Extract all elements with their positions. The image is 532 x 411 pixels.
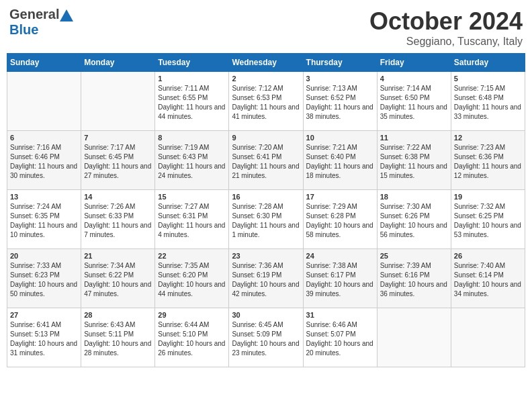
day-number: 12: [454, 134, 522, 142]
day-info: Sunrise: 7:13 AM Sunset: 6:52 PM Dayligh…: [306, 84, 374, 122]
calendar-cell: 31Sunrise: 6:46 AM Sunset: 5:07 PM Dayli…: [303, 308, 377, 367]
calendar-cell: 6Sunrise: 7:16 AM Sunset: 6:46 PM Daylig…: [7, 131, 81, 190]
day-number: 16: [232, 193, 300, 201]
calendar-cell: 18Sunrise: 7:30 AM Sunset: 6:26 PM Dayli…: [377, 190, 451, 249]
day-number: 31: [306, 311, 374, 319]
day-info: Sunrise: 7:16 AM Sunset: 6:46 PM Dayligh…: [10, 143, 78, 181]
day-number: 8: [158, 134, 226, 142]
header-cell-monday: Monday: [81, 54, 155, 72]
calendar-cell: 15Sunrise: 7:27 AM Sunset: 6:31 PM Dayli…: [155, 190, 229, 249]
day-info: Sunrise: 7:17 AM Sunset: 6:45 PM Dayligh…: [84, 143, 152, 181]
calendar-cell: 3Sunrise: 7:13 AM Sunset: 6:52 PM Daylig…: [303, 72, 377, 131]
calendar-cell: [7, 72, 81, 131]
day-number: 22: [158, 252, 226, 260]
week-row-1: 1Sunrise: 7:11 AM Sunset: 6:55 PM Daylig…: [7, 72, 525, 131]
day-info: Sunrise: 7:15 AM Sunset: 6:48 PM Dayligh…: [454, 84, 522, 122]
header-cell-wednesday: Wednesday: [229, 54, 303, 72]
calendar-cell: 10Sunrise: 7:21 AM Sunset: 6:40 PM Dayli…: [303, 131, 377, 190]
calendar-cell: 13Sunrise: 7:24 AM Sunset: 6:35 PM Dayli…: [7, 190, 81, 249]
calendar-cell: 23Sunrise: 7:36 AM Sunset: 6:19 PM Dayli…: [229, 249, 303, 308]
day-number: 11: [380, 134, 448, 142]
calendar-cell: 12Sunrise: 7:23 AM Sunset: 6:36 PM Dayli…: [451, 131, 525, 190]
day-info: Sunrise: 6:46 AM Sunset: 5:07 PM Dayligh…: [306, 320, 374, 358]
week-row-2: 6Sunrise: 7:16 AM Sunset: 6:46 PM Daylig…: [7, 131, 525, 190]
day-info: Sunrise: 7:11 AM Sunset: 6:55 PM Dayligh…: [158, 84, 226, 122]
calendar-cell: [451, 308, 525, 367]
week-row-4: 20Sunrise: 7:33 AM Sunset: 6:23 PM Dayli…: [7, 249, 525, 308]
day-info: Sunrise: 7:24 AM Sunset: 6:35 PM Dayligh…: [10, 202, 78, 240]
header-cell-sunday: Sunday: [7, 54, 81, 72]
day-number: 9: [232, 134, 300, 142]
calendar-cell: 8Sunrise: 7:19 AM Sunset: 6:43 PM Daylig…: [155, 131, 229, 190]
day-info: Sunrise: 7:40 AM Sunset: 6:14 PM Dayligh…: [454, 261, 522, 299]
day-number: 20: [10, 252, 78, 260]
day-info: Sunrise: 7:35 AM Sunset: 6:20 PM Dayligh…: [158, 261, 226, 299]
day-info: Sunrise: 7:36 AM Sunset: 6:19 PM Dayligh…: [232, 261, 300, 299]
day-info: Sunrise: 7:30 AM Sunset: 6:26 PM Dayligh…: [380, 202, 448, 240]
day-info: Sunrise: 7:26 AM Sunset: 6:33 PM Dayligh…: [84, 202, 152, 240]
calendar-cell: 14Sunrise: 7:26 AM Sunset: 6:33 PM Dayli…: [81, 190, 155, 249]
day-number: 14: [84, 193, 152, 201]
day-info: Sunrise: 6:45 AM Sunset: 5:09 PM Dayligh…: [232, 320, 300, 358]
week-row-5: 27Sunrise: 6:41 AM Sunset: 5:13 PM Dayli…: [7, 308, 525, 367]
calendar-cell: 30Sunrise: 6:45 AM Sunset: 5:09 PM Dayli…: [229, 308, 303, 367]
title-area: October 2024 Seggiano, Tuscany, Italy: [369, 7, 523, 48]
day-number: 6: [10, 134, 78, 142]
calendar-cell: 26Sunrise: 7:40 AM Sunset: 6:14 PM Dayli…: [451, 249, 525, 308]
day-number: 24: [306, 252, 374, 260]
day-info: Sunrise: 7:34 AM Sunset: 6:22 PM Dayligh…: [84, 261, 152, 299]
calendar-cell: 2Sunrise: 7:12 AM Sunset: 6:53 PM Daylig…: [229, 72, 303, 131]
day-number: 15: [158, 193, 226, 201]
header: General Blue October 2024 Seggiano, Tusc…: [7, 7, 525, 48]
day-number: 19: [454, 193, 522, 201]
day-info: Sunrise: 7:33 AM Sunset: 6:23 PM Dayligh…: [10, 261, 78, 299]
day-info: Sunrise: 7:20 AM Sunset: 6:41 PM Dayligh…: [232, 143, 300, 181]
day-number: 21: [84, 252, 152, 260]
day-info: Sunrise: 7:19 AM Sunset: 6:43 PM Dayligh…: [158, 143, 226, 181]
calendar-cell: 11Sunrise: 7:22 AM Sunset: 6:38 PM Dayli…: [377, 131, 451, 190]
header-cell-thursday: Thursday: [303, 54, 377, 72]
day-number: 5: [454, 75, 522, 83]
calendar-cell: 27Sunrise: 6:41 AM Sunset: 5:13 PM Dayli…: [7, 308, 81, 367]
header-cell-tuesday: Tuesday: [155, 54, 229, 72]
day-info: Sunrise: 7:22 AM Sunset: 6:38 PM Dayligh…: [380, 143, 448, 181]
day-info: Sunrise: 7:39 AM Sunset: 6:16 PM Dayligh…: [380, 261, 448, 299]
day-number: 2: [232, 75, 300, 83]
day-info: Sunrise: 7:32 AM Sunset: 6:25 PM Dayligh…: [454, 202, 522, 240]
day-info: Sunrise: 7:12 AM Sunset: 6:53 PM Dayligh…: [232, 84, 300, 122]
calendar-cell: 28Sunrise: 6:43 AM Sunset: 5:11 PM Dayli…: [81, 308, 155, 367]
calendar-table: SundayMondayTuesdayWednesdayThursdayFrid…: [7, 53, 525, 367]
calendar-cell: 24Sunrise: 7:38 AM Sunset: 6:17 PM Dayli…: [303, 249, 377, 308]
day-number: 10: [306, 134, 374, 142]
calendar-cell: 5Sunrise: 7:15 AM Sunset: 6:48 PM Daylig…: [451, 72, 525, 131]
calendar-cell: 7Sunrise: 7:17 AM Sunset: 6:45 PM Daylig…: [81, 131, 155, 190]
calendar-cell: 16Sunrise: 7:28 AM Sunset: 6:30 PM Dayli…: [229, 190, 303, 249]
day-info: Sunrise: 7:28 AM Sunset: 6:30 PM Dayligh…: [232, 202, 300, 240]
day-number: 13: [10, 193, 78, 201]
day-info: Sunrise: 7:14 AM Sunset: 6:50 PM Dayligh…: [380, 84, 448, 122]
day-info: Sunrise: 7:21 AM Sunset: 6:40 PM Dayligh…: [306, 143, 374, 181]
calendar-cell: 22Sunrise: 7:35 AM Sunset: 6:20 PM Dayli…: [155, 249, 229, 308]
day-info: Sunrise: 6:41 AM Sunset: 5:13 PM Dayligh…: [10, 320, 78, 358]
day-info: Sunrise: 6:44 AM Sunset: 5:10 PM Dayligh…: [158, 320, 226, 358]
day-info: Sunrise: 7:29 AM Sunset: 6:28 PM Dayligh…: [306, 202, 374, 240]
header-cell-saturday: Saturday: [451, 54, 525, 72]
calendar-cell: [377, 308, 451, 367]
day-number: 18: [380, 193, 448, 201]
day-number: 27: [10, 311, 78, 319]
day-info: Sunrise: 7:38 AM Sunset: 6:17 PM Dayligh…: [306, 261, 374, 299]
day-number: 17: [306, 193, 374, 201]
day-number: 1: [158, 75, 226, 83]
week-row-3: 13Sunrise: 7:24 AM Sunset: 6:35 PM Dayli…: [7, 190, 525, 249]
calendar-cell: 1Sunrise: 7:11 AM Sunset: 6:55 PM Daylig…: [155, 72, 229, 131]
day-number: 28: [84, 311, 152, 319]
day-number: 3: [306, 75, 374, 83]
logo-triangle-icon: [60, 9, 73, 21]
day-number: 26: [454, 252, 522, 260]
day-number: 4: [380, 75, 448, 83]
calendar-cell: 9Sunrise: 7:20 AM Sunset: 6:41 PM Daylig…: [229, 131, 303, 190]
calendar-cell: 4Sunrise: 7:14 AM Sunset: 6:50 PM Daylig…: [377, 72, 451, 131]
day-number: 25: [380, 252, 448, 260]
header-row: SundayMondayTuesdayWednesdayThursdayFrid…: [7, 54, 525, 72]
calendar-cell: 29Sunrise: 6:44 AM Sunset: 5:10 PM Dayli…: [155, 308, 229, 367]
